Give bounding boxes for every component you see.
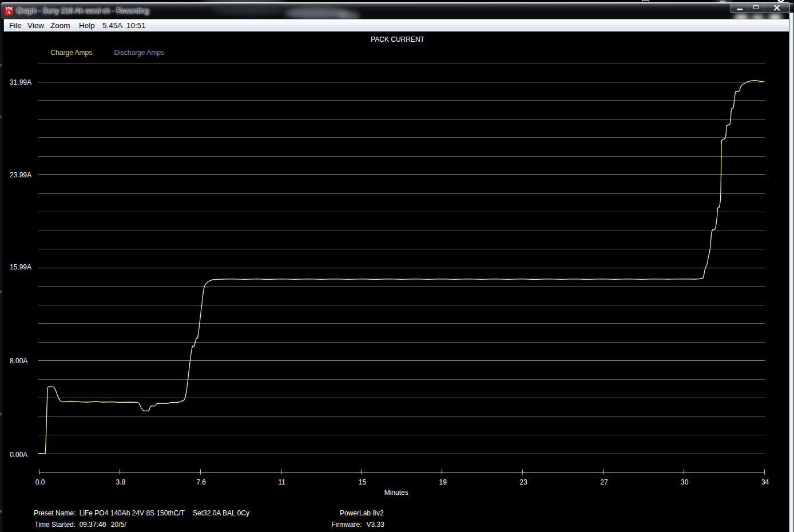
svg-text:Time Started:: Time Started: [35,521,76,529]
svg-text:Preset Name:: Preset Name: [34,509,76,517]
svg-text:34: 34 [761,478,769,486]
svg-text:30: 30 [681,478,689,486]
svg-text:Firmware:: Firmware: [331,521,362,529]
svg-text:0.0: 0.0 [35,478,45,486]
svg-text:Charge Amps: Charge Amps [51,49,93,57]
svg-text:23: 23 [519,478,527,486]
svg-text:Set32.0A BAL 0Cy: Set32.0A BAL 0Cy [193,509,249,517]
svg-text:31.99A: 31.99A [10,78,31,86]
svg-text:20/5/: 20/5/ [111,521,126,529]
svg-text:LiFe PO4 140Ah 24V 8S 150thC/T: LiFe PO4 140Ah 24V 8S 150thC/T [80,509,185,517]
svg-text:Minutes: Minutes [384,489,408,497]
svg-text:23.99A: 23.99A [10,171,31,179]
svg-text:27: 27 [600,478,608,486]
svg-text:8.00A: 8.00A [10,357,27,365]
svg-text:Discharge Amps: Discharge Amps [114,49,164,57]
svg-text:09:37:46: 09:37:46 [80,521,106,529]
svg-text:PACK CURRENT: PACK CURRENT [371,35,424,43]
svg-text:V3.33: V3.33 [367,521,385,529]
svg-text:3.8: 3.8 [116,478,125,486]
svg-text:7.6: 7.6 [196,478,206,486]
svg-text:11: 11 [278,478,285,486]
svg-text:PowerLab 8v2: PowerLab 8v2 [340,509,384,517]
svg-text:0.00A: 0.00A [10,451,27,459]
svg-text:19: 19 [439,478,447,486]
svg-text:15.99A: 15.99A [10,263,31,271]
svg-text:15: 15 [359,478,367,486]
